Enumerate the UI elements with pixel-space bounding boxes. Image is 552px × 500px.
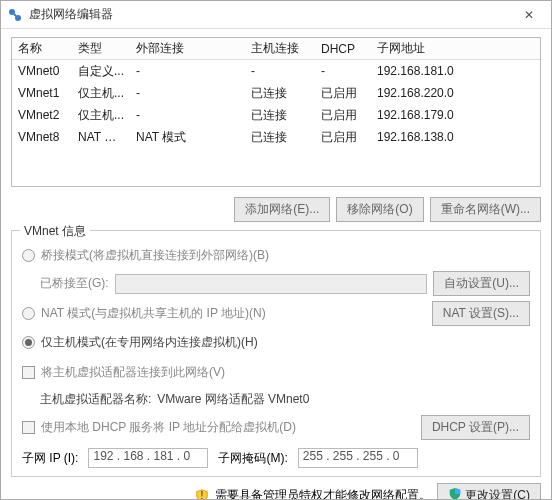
adapter-name-label: 主机虚拟适配器名称:: [40, 391, 151, 408]
vmnet-info-group: VMnet 信息 桥接模式(将虚拟机直接连接到外部网络)(B) 已桥接至(G):…: [11, 230, 541, 477]
uac-shield-icon: [448, 487, 462, 500]
cell-type: 仅主机...: [72, 107, 130, 124]
warning-shield-icon: !: [195, 489, 209, 501]
hostonly-radio[interactable]: [22, 336, 35, 349]
nat-radio[interactable]: [22, 307, 35, 320]
col-name[interactable]: 名称: [12, 40, 72, 57]
cell-subnet: 192.168.181.0: [371, 64, 540, 78]
cell-subnet: 192.168.138.0: [371, 130, 540, 144]
cell-subnet: 192.168.179.0: [371, 108, 540, 122]
dhcp-checkbox[interactable]: [22, 421, 35, 434]
dhcp-label: 使用本地 DHCP 服务将 IP 地址分配给虚拟机(D): [41, 419, 296, 436]
add-network-button[interactable]: 添加网络(E)...: [234, 197, 330, 222]
admin-message: 需要具备管理员特权才能修改网络配置。: [215, 487, 431, 500]
table-row[interactable]: VMnet8NAT 模式NAT 模式已连接已启用192.168.138.0: [12, 126, 540, 148]
cell-host: -: [245, 64, 315, 78]
subnet-ip-input[interactable]: 192 . 168 . 181 . 0: [88, 448, 208, 468]
bridge-to-select[interactable]: [115, 274, 428, 294]
cell-dhcp: -: [315, 64, 371, 78]
table-row[interactable]: VMnet0自定义...---192.168.181.0: [12, 60, 540, 82]
adapter-name-value: VMware 网络适配器 VMnet0: [157, 391, 309, 408]
cell-dhcp: 已启用: [315, 107, 371, 124]
app-icon: [7, 7, 23, 23]
cell-type: 自定义...: [72, 63, 130, 80]
nat-settings-button[interactable]: NAT 设置(S)...: [432, 301, 530, 326]
cell-host: 已连接: [245, 85, 315, 102]
close-icon[interactable]: ✕: [513, 4, 545, 26]
change-settings-button[interactable]: 更改设置(C): [437, 483, 541, 500]
col-host[interactable]: 主机连接: [245, 40, 315, 57]
cell-ext: -: [130, 64, 245, 78]
col-dhcp[interactable]: DHCP: [315, 42, 371, 56]
cell-host: 已连接: [245, 107, 315, 124]
subnet-ip-label: 子网 IP (I):: [22, 450, 78, 467]
cell-dhcp: 已启用: [315, 85, 371, 102]
table-header: 名称 类型 外部连接 主机连接 DHCP 子网地址: [12, 38, 540, 60]
group-legend: VMnet 信息: [20, 223, 90, 240]
auto-settings-button[interactable]: 自动设置(U)...: [433, 271, 530, 296]
window-title: 虚拟网络编辑器: [29, 6, 513, 23]
svg-text:!: !: [201, 489, 204, 501]
cell-ext: -: [130, 86, 245, 100]
cell-name: VMnet1: [12, 86, 72, 100]
connect-host-checkbox[interactable]: [22, 366, 35, 379]
cell-subnet: 192.168.220.0: [371, 86, 540, 100]
cell-type: 仅主机...: [72, 85, 130, 102]
cell-name: VMnet0: [12, 64, 72, 78]
dhcp-settings-button[interactable]: DHCP 设置(P)...: [421, 415, 530, 440]
bridge-label: 桥接模式(将虚拟机直接连接到外部网络)(B): [41, 247, 269, 264]
cell-type: NAT 模式: [72, 129, 130, 146]
subnet-mask-input[interactable]: 255 . 255 . 255 . 0: [298, 448, 418, 468]
bridge-to-label: 已桥接至(G):: [40, 275, 109, 292]
bridge-radio[interactable]: [22, 249, 35, 262]
col-external[interactable]: 外部连接: [130, 40, 245, 57]
col-type[interactable]: 类型: [72, 40, 130, 57]
cell-dhcp: 已启用: [315, 129, 371, 146]
cell-name: VMnet8: [12, 130, 72, 144]
cell-host: 已连接: [245, 129, 315, 146]
subnet-mask-label: 子网掩码(M):: [218, 450, 287, 467]
cell-ext: NAT 模式: [130, 129, 245, 146]
cell-ext: -: [130, 108, 245, 122]
cell-name: VMnet2: [12, 108, 72, 122]
col-subnet[interactable]: 子网地址: [371, 40, 540, 57]
titlebar: 虚拟网络编辑器 ✕: [1, 1, 551, 29]
nat-label: NAT 模式(与虚拟机共享主机的 IP 地址)(N): [41, 305, 266, 322]
rename-network-button[interactable]: 重命名网络(W)...: [430, 197, 541, 222]
table-row[interactable]: VMnet1仅主机...-已连接已启用192.168.220.0: [12, 82, 540, 104]
network-table: 名称 类型 外部连接 主机连接 DHCP 子网地址 VMnet0自定义...--…: [11, 37, 541, 187]
remove-network-button[interactable]: 移除网络(O): [336, 197, 423, 222]
hostonly-label: 仅主机模式(在专用网络内连接虚拟机)(H): [41, 334, 258, 351]
connect-host-label: 将主机虚拟适配器连接到此网络(V): [41, 364, 225, 381]
table-row[interactable]: VMnet2仅主机...-已连接已启用192.168.179.0: [12, 104, 540, 126]
